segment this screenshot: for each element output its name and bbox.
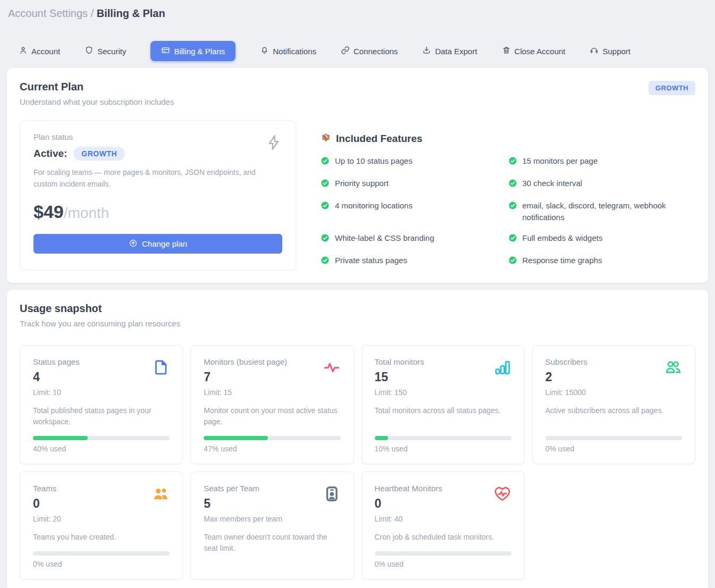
usage-card-value: 7 xyxy=(204,370,340,384)
feature-item: email, slack, discord, telegram, webhook… xyxy=(508,200,696,223)
tab-data-export[interactable]: Data Export xyxy=(422,41,477,61)
usage-card-value: 2 xyxy=(545,370,682,384)
included-features: Included Features Up to 10 status pages … xyxy=(296,120,695,270)
lightning-icon xyxy=(265,133,283,154)
usage-card-value: 5 xyxy=(204,497,340,511)
usage-card-value: 15 xyxy=(375,370,511,384)
percent-used-label: 0% used xyxy=(545,444,682,453)
tab-support[interactable]: Support xyxy=(590,41,630,61)
breadcrumb-page: Billing & Plan xyxy=(97,7,165,19)
plan-period: /month xyxy=(64,205,110,221)
document-icon xyxy=(152,358,170,376)
usage-card-limit: Limit: 15 xyxy=(204,388,340,397)
feature-item: 4 monitoring locations xyxy=(321,200,508,223)
feature-label: White-label & CSS branding xyxy=(335,232,434,244)
usage-card-value: 4 xyxy=(33,370,170,384)
percent-used-label: 0% used xyxy=(375,560,511,568)
check-circle-icon xyxy=(321,255,330,268)
usage-card-total-monitors: Total monitors 15 Limit: 150 Total monit… xyxy=(361,345,525,464)
current-plan-card: Current Plan Understand what your subscr… xyxy=(7,68,708,283)
pulse-icon xyxy=(323,358,341,376)
tab-close-account[interactable]: Close Account xyxy=(502,41,566,61)
usage-card-limit: Limit: 15000 xyxy=(545,388,682,397)
person-icon xyxy=(19,46,28,56)
usage-card-limit: Limit: 20 xyxy=(33,515,170,523)
percent-used-label: 40% used xyxy=(33,444,170,453)
usage-card-title: Teams xyxy=(33,484,170,493)
progress-track xyxy=(204,436,340,440)
arrow-up-circle-icon xyxy=(129,239,138,249)
feature-item: Full embeds & widgets xyxy=(508,232,696,246)
package-icon xyxy=(321,132,331,145)
usage-progress: 47% used xyxy=(204,427,340,453)
usage-card-value: 0 xyxy=(33,497,170,511)
check-circle-icon xyxy=(321,155,330,169)
progress-fill xyxy=(33,436,88,440)
check-circle-icon xyxy=(508,155,517,169)
change-plan-button[interactable]: Change plan xyxy=(33,234,282,254)
usage-card-title: Status pages xyxy=(33,357,170,366)
check-circle-icon xyxy=(508,255,517,268)
usage-progress: 10% used xyxy=(375,427,511,453)
change-plan-label: Change plan xyxy=(142,239,187,248)
plan-price: $49 xyxy=(33,201,64,222)
feature-item: Up to 10 status pages xyxy=(321,155,508,169)
usage-card-subscribers: Subscribers 2 Limit: 15000 Active subscr… xyxy=(532,345,695,464)
check-circle-icon xyxy=(321,178,330,191)
check-circle-icon xyxy=(321,200,330,213)
progress-fill xyxy=(375,436,389,440)
usage-card-title: Seats per Team xyxy=(204,484,340,493)
bell-icon xyxy=(260,46,269,56)
usage-progress: 0% used xyxy=(545,427,682,453)
download-icon xyxy=(422,46,431,56)
bar-chart-icon xyxy=(493,358,511,376)
tab-billing-plans[interactable]: Billing & Plans xyxy=(150,41,235,61)
feature-label: email, slack, discord, telegram, webhook… xyxy=(523,200,679,223)
usage-card-title: Heartbeat Monitors xyxy=(375,484,511,493)
settings-tab-bar: Account Security Billing & Plans Notific… xyxy=(19,41,708,61)
tab-account[interactable]: Account xyxy=(19,41,60,61)
trash-icon xyxy=(502,46,511,56)
tab-label: Notifications xyxy=(273,47,316,56)
breadcrumb: Account Settings / Billing & Plan xyxy=(7,6,708,20)
feature-item: Response time graphs xyxy=(508,255,696,268)
usage-card-seats-per-team: Seats per Team 5 Max members per team Te… xyxy=(190,472,354,579)
usage-progress: 0% used xyxy=(375,543,511,568)
tab-label: Close Account xyxy=(515,47,566,56)
usage-card-limit: Limit: 40 xyxy=(375,515,511,523)
tab-label: Security xyxy=(97,47,126,56)
feature-item: Priority support xyxy=(321,178,508,191)
usage-card-monitors-busiest-page: Monitors (busiest page) 7 Limit: 15 Moni… xyxy=(190,345,354,464)
breadcrumb-section[interactable]: Account Settings xyxy=(8,7,88,19)
usage-card-description: Total monitors across all status pages. xyxy=(375,405,511,416)
tab-label: Billing & Plans xyxy=(174,47,225,56)
check-circle-icon xyxy=(321,232,330,246)
progress-track xyxy=(33,551,170,556)
usage-card-description: Active subscribers across all pages. xyxy=(545,405,682,416)
progress-track xyxy=(375,551,511,556)
usage-card-title: Monitors (busiest page) xyxy=(204,357,340,366)
usage-card-value: 0 xyxy=(375,497,511,511)
breadcrumb-separator: / xyxy=(88,7,97,19)
tab-connections[interactable]: Connections xyxy=(341,41,398,61)
plan-description: For scaling teams — more pages & monitor… xyxy=(33,167,257,190)
plan-badge: GROWTH xyxy=(649,81,695,95)
usage-card-heartbeat-monitors: Heartbeat Monitors 0 Limit: 40 Cron job … xyxy=(361,472,525,579)
plan-status-value: Active: xyxy=(33,148,67,159)
tab-label: Support xyxy=(602,47,630,56)
tab-security[interactable]: Security xyxy=(85,41,126,61)
feature-item: White-label & CSS branding xyxy=(321,232,508,246)
check-circle-icon xyxy=(508,178,517,191)
feature-label: Full embeds & widgets xyxy=(523,232,603,244)
usage-card-description: Total published status pages in your wor… xyxy=(33,405,170,427)
feature-item: Private status pages xyxy=(321,255,508,268)
progress-track xyxy=(375,436,511,440)
usage-card-status-pages: Status pages 4 Limit: 10 Total published… xyxy=(20,345,183,464)
usage-card-title: Total monitors xyxy=(375,357,511,366)
feature-label: Up to 10 status pages xyxy=(335,155,413,167)
credit-card-icon xyxy=(161,46,170,56)
headset-icon xyxy=(590,46,599,56)
tab-notifications[interactable]: Notifications xyxy=(260,41,316,61)
plan-status-card: Plan status Active: GROWTH For scaling t… xyxy=(20,120,296,270)
people-outline-icon xyxy=(664,358,682,376)
